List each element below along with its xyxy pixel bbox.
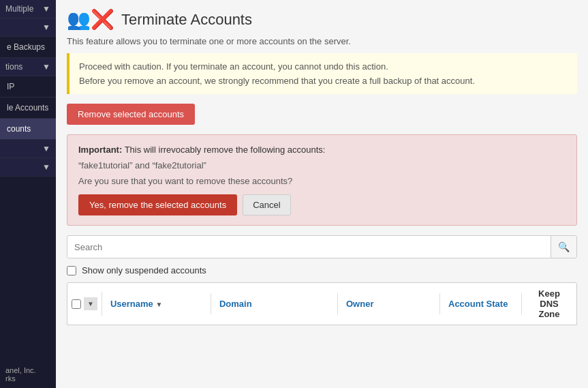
important-text: This will irrevocably remove the followi… <box>122 145 325 155</box>
sidebar-dropdown-3[interactable]: ▼ <box>0 158 56 177</box>
sidebar-options-label: tions <box>5 62 22 72</box>
brand-line2: rks <box>5 374 50 383</box>
page-description: This feature allows you to terminate one… <box>56 36 588 53</box>
sidebar-item-ip[interactable]: IP <box>0 76 56 98</box>
th-domain[interactable]: Domain <box>211 293 338 314</box>
sidebar-multiple-dropdown[interactable]: Multiple ▼ <box>0 0 56 18</box>
suspended-filter-checkbox[interactable] <box>67 266 76 275</box>
sidebar-dropdown-2[interactable]: ▼ <box>0 140 56 158</box>
page-icon: 👥❌ <box>67 8 114 31</box>
sidebar-ip-label: IP <box>7 82 14 91</box>
th-keep-dns[interactable]: Keep DNS Zone <box>522 283 576 325</box>
sidebar-accounts-label: counts <box>7 124 31 134</box>
page-title: Terminate Accounts <box>121 11 252 29</box>
username-sort-arrow: ▼ <box>155 301 162 308</box>
th-username-label: Username <box>110 299 153 309</box>
warning-line2: Before you remove an account, we strongl… <box>79 76 568 86</box>
warning-box: Proceed with caution. If you terminate a… <box>67 53 577 94</box>
cancel-button[interactable]: Cancel <box>243 194 290 215</box>
table-header: ▼ Username ▼ Domain Owner Account State … <box>67 282 577 325</box>
th-domain-label: Domain <box>219 299 252 309</box>
sidebar-options-arrow: ▼ <box>42 62 50 72</box>
main-content: 👥❌ Terminate Accounts This feature allow… <box>56 0 588 388</box>
th-account-state[interactable]: Account State <box>440 293 522 314</box>
page-header: 👥❌ Terminate Accounts <box>56 0 588 36</box>
remove-selected-button[interactable]: Remove selected accounts <box>67 104 195 125</box>
th-checkbox-group[interactable]: ▼ <box>67 292 102 316</box>
checkbox-dropdown-arrow[interactable]: ▼ <box>84 297 97 310</box>
th-username[interactable]: Username ▼ <box>102 293 211 314</box>
th-keep-dns-label: Keep DNS Zone <box>538 288 560 319</box>
search-bar: 🔍 <box>67 235 577 258</box>
search-button[interactable]: 🔍 <box>551 236 576 258</box>
sidebar-dropdown-1[interactable]: ▼ <box>0 18 56 37</box>
filter-row: Show only suspended accounts <box>67 265 577 275</box>
confirmation-accounts: “fake1tutorial” and “fake2tutorial” <box>78 160 566 170</box>
sidebar-dropdown-arrow: ▼ <box>42 4 50 14</box>
sidebar-item-le-accounts[interactable]: le Accounts <box>0 98 56 119</box>
sidebar-backups-label: e Backups <box>7 42 45 52</box>
th-owner-label: Owner <box>346 299 373 309</box>
sidebar-item-accounts[interactable]: counts <box>0 119 56 140</box>
th-owner[interactable]: Owner <box>338 293 440 314</box>
sidebar: Multiple ▼ ▼ e Backups tions ▼ IP le Acc… <box>0 0 56 388</box>
brand-line1: anel, Inc. <box>5 366 50 374</box>
yes-remove-button[interactable]: Yes, remove the selected accounts <box>78 194 237 215</box>
sidebar-options-dropdown[interactable]: tions ▼ <box>0 58 56 76</box>
warning-line1: Proceed with caution. If you terminate a… <box>79 61 568 72</box>
sidebar-item-backups[interactable]: e Backups <box>0 37 56 58</box>
sidebar-dropdown3-arrow: ▼ <box>42 162 50 172</box>
sidebar-dropdown2-arrow: ▼ <box>42 144 50 153</box>
sidebar-multiple-label: Multiple <box>5 4 33 14</box>
confirmation-important: Important: This will irrevocably remove … <box>78 145 566 155</box>
search-input[interactable] <box>67 237 551 258</box>
confirmation-question: Are you sure that you want to remove the… <box>78 176 566 186</box>
suspended-filter-label: Show only suspended accounts <box>82 265 206 275</box>
sidebar-le-label: le Accounts <box>7 103 48 113</box>
sidebar-arrow-1: ▼ <box>42 23 50 32</box>
th-account-state-label: Account State <box>448 299 508 309</box>
important-prefix: Important: <box>78 145 122 155</box>
select-all-checkbox[interactable] <box>72 299 81 309</box>
confirmation-box: Important: This will irrevocably remove … <box>67 134 577 226</box>
confirmation-buttons: Yes, remove the selected accounts Cancel <box>78 194 566 215</box>
